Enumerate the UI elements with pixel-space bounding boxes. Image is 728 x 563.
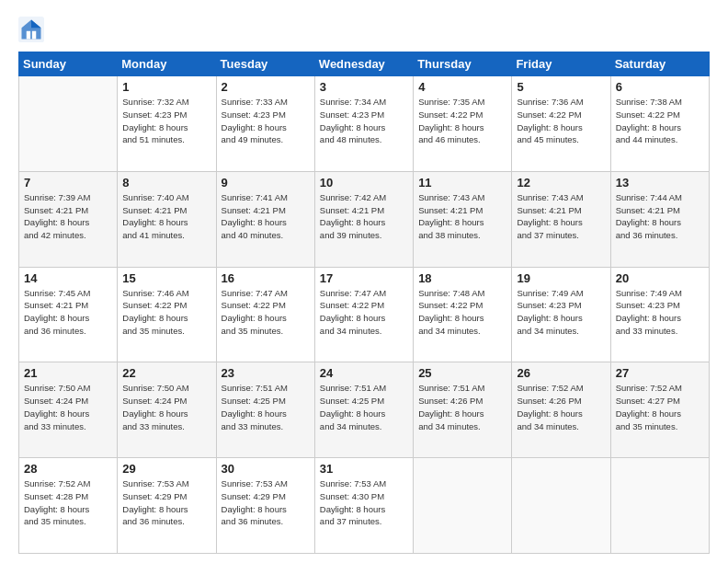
week-row-5: 28Sunrise: 7:52 AM Sunset: 4:28 PM Dayli… — [19, 458, 710, 554]
day-number: 14 — [24, 271, 112, 285]
day-info: Sunrise: 7:49 AM Sunset: 4:23 PM Dayligh… — [517, 287, 605, 338]
day-number: 6 — [616, 80, 704, 94]
day-info: Sunrise: 7:52 AM Sunset: 4:26 PM Dayligh… — [517, 382, 605, 432]
day-info: Sunrise: 7:45 AM Sunset: 4:21 PM Dayligh… — [24, 287, 112, 338]
day-info: Sunrise: 7:53 AM Sunset: 4:29 PM Dayligh… — [222, 477, 310, 528]
day-info: Sunrise: 7:52 AM Sunset: 4:27 PM Dayligh… — [616, 382, 704, 432]
day-number: 15 — [122, 271, 210, 285]
day-info: Sunrise: 7:51 AM Sunset: 4:25 PM Dayligh… — [222, 382, 310, 432]
day-info: Sunrise: 7:36 AM Sunset: 4:22 PM Dayligh… — [517, 96, 605, 146]
col-header-thursday: Thursday — [414, 52, 512, 76]
day-info: Sunrise: 7:51 AM Sunset: 4:26 PM Dayligh… — [418, 382, 506, 432]
day-number: 7 — [24, 176, 112, 190]
calendar-cell: 29Sunrise: 7:53 AM Sunset: 4:29 PM Dayli… — [118, 458, 216, 554]
calendar-cell: 21Sunrise: 7:50 AM Sunset: 4:24 PM Dayli… — [19, 362, 118, 458]
day-info: Sunrise: 7:47 AM Sunset: 4:22 PM Dayligh… — [320, 287, 408, 338]
calendar-cell: 5Sunrise: 7:36 AM Sunset: 4:22 PM Daylig… — [512, 76, 610, 172]
day-number: 19 — [517, 271, 605, 285]
day-number: 25 — [418, 366, 506, 380]
day-info: Sunrise: 7:38 AM Sunset: 4:22 PM Dayligh… — [616, 96, 704, 146]
week-row-4: 21Sunrise: 7:50 AM Sunset: 4:24 PM Dayli… — [19, 362, 710, 458]
day-info: Sunrise: 7:41 AM Sunset: 4:21 PM Dayligh… — [222, 191, 310, 242]
day-info: Sunrise: 7:34 AM Sunset: 4:23 PM Dayligh… — [320, 96, 408, 146]
calendar-cell: 27Sunrise: 7:52 AM Sunset: 4:27 PM Dayli… — [610, 362, 709, 458]
calendar-cell: 11Sunrise: 7:43 AM Sunset: 4:21 PM Dayli… — [414, 171, 512, 267]
day-number: 8 — [122, 176, 210, 190]
day-number: 28 — [24, 462, 112, 476]
day-info: Sunrise: 7:50 AM Sunset: 4:24 PM Dayligh… — [122, 382, 210, 432]
calendar-cell: 20Sunrise: 7:49 AM Sunset: 4:23 PM Dayli… — [610, 267, 709, 362]
day-number: 22 — [122, 366, 210, 380]
day-info: Sunrise: 7:46 AM Sunset: 4:22 PM Dayligh… — [122, 287, 210, 338]
col-header-friday: Friday — [512, 52, 610, 76]
logo — [18, 17, 50, 42]
calendar-table: SundayMondayTuesdayWednesdayThursdayFrid… — [18, 52, 710, 554]
day-number: 10 — [320, 176, 408, 190]
calendar-cell: 31Sunrise: 7:53 AM Sunset: 4:30 PM Dayli… — [314, 458, 413, 554]
day-info: Sunrise: 7:44 AM Sunset: 4:21 PM Dayligh… — [616, 191, 704, 242]
day-number: 13 — [616, 176, 704, 190]
week-row-1: 1Sunrise: 7:32 AM Sunset: 4:23 PM Daylig… — [19, 76, 710, 172]
calendar-cell — [610, 458, 709, 554]
calendar-cell: 24Sunrise: 7:51 AM Sunset: 4:25 PM Dayli… — [314, 362, 413, 458]
calendar-cell: 14Sunrise: 7:45 AM Sunset: 4:21 PM Dayli… — [19, 267, 118, 362]
calendar-cell — [19, 76, 118, 172]
calendar-cell: 15Sunrise: 7:46 AM Sunset: 4:22 PM Dayli… — [118, 267, 216, 362]
day-number: 5 — [517, 80, 605, 94]
day-number: 1 — [122, 80, 210, 94]
day-info: Sunrise: 7:49 AM Sunset: 4:23 PM Dayligh… — [616, 287, 704, 338]
day-number: 24 — [320, 366, 408, 380]
page: SundayMondayTuesdayWednesdayThursdayFrid… — [0, 0, 728, 563]
week-row-2: 7Sunrise: 7:39 AM Sunset: 4:21 PM Daylig… — [19, 171, 710, 267]
day-number: 3 — [320, 80, 408, 94]
calendar-cell: 8Sunrise: 7:40 AM Sunset: 4:21 PM Daylig… — [118, 171, 216, 267]
col-header-monday: Monday — [118, 52, 216, 76]
day-info: Sunrise: 7:48 AM Sunset: 4:22 PM Dayligh… — [418, 287, 506, 338]
col-header-wednesday: Wednesday — [314, 52, 413, 76]
day-info: Sunrise: 7:53 AM Sunset: 4:30 PM Dayligh… — [320, 477, 408, 528]
calendar-cell: 9Sunrise: 7:41 AM Sunset: 4:21 PM Daylig… — [216, 171, 314, 267]
calendar-cell: 16Sunrise: 7:47 AM Sunset: 4:22 PM Dayli… — [216, 267, 314, 362]
day-info: Sunrise: 7:39 AM Sunset: 4:21 PM Dayligh… — [24, 191, 112, 242]
day-info: Sunrise: 7:43 AM Sunset: 4:21 PM Dayligh… — [517, 191, 605, 242]
day-number: 18 — [418, 271, 506, 285]
calendar-cell: 1Sunrise: 7:32 AM Sunset: 4:23 PM Daylig… — [118, 76, 216, 172]
col-header-tuesday: Tuesday — [216, 52, 314, 76]
day-number: 9 — [222, 176, 310, 190]
logo-icon — [18, 17, 44, 42]
day-info: Sunrise: 7:52 AM Sunset: 4:28 PM Dayligh… — [24, 477, 112, 528]
day-number: 17 — [320, 271, 408, 285]
day-number: 26 — [517, 366, 605, 380]
calendar-cell: 3Sunrise: 7:34 AM Sunset: 4:23 PM Daylig… — [314, 76, 413, 172]
calendar-cell: 4Sunrise: 7:35 AM Sunset: 4:22 PM Daylig… — [414, 76, 512, 172]
day-info: Sunrise: 7:51 AM Sunset: 4:25 PM Dayligh… — [320, 382, 408, 432]
svg-rect-3 — [27, 31, 30, 40]
day-info: Sunrise: 7:33 AM Sunset: 4:23 PM Dayligh… — [222, 96, 310, 146]
day-number: 29 — [122, 462, 210, 476]
day-info: Sunrise: 7:42 AM Sunset: 4:21 PM Dayligh… — [320, 191, 408, 242]
calendar-cell: 17Sunrise: 7:47 AM Sunset: 4:22 PM Dayli… — [314, 267, 413, 362]
day-number: 21 — [24, 366, 112, 380]
calendar-header-row: SundayMondayTuesdayWednesdayThursdayFrid… — [19, 52, 710, 76]
calendar-cell: 30Sunrise: 7:53 AM Sunset: 4:29 PM Dayli… — [216, 458, 314, 554]
day-info: Sunrise: 7:35 AM Sunset: 4:22 PM Dayligh… — [418, 96, 506, 146]
calendar-cell: 10Sunrise: 7:42 AM Sunset: 4:21 PM Dayli… — [314, 171, 413, 267]
calendar-cell: 13Sunrise: 7:44 AM Sunset: 4:21 PM Dayli… — [610, 171, 709, 267]
calendar-cell: 26Sunrise: 7:52 AM Sunset: 4:26 PM Dayli… — [512, 362, 610, 458]
calendar-cell — [512, 458, 610, 554]
day-number: 4 — [418, 80, 506, 94]
calendar-cell: 18Sunrise: 7:48 AM Sunset: 4:22 PM Dayli… — [414, 267, 512, 362]
day-number: 27 — [616, 366, 704, 380]
day-number: 20 — [616, 271, 704, 285]
day-info: Sunrise: 7:53 AM Sunset: 4:29 PM Dayligh… — [122, 477, 210, 528]
calendar-cell: 12Sunrise: 7:43 AM Sunset: 4:21 PM Dayli… — [512, 171, 610, 267]
calendar-cell: 28Sunrise: 7:52 AM Sunset: 4:28 PM Dayli… — [19, 458, 118, 554]
svg-rect-4 — [32, 31, 36, 40]
calendar-cell: 2Sunrise: 7:33 AM Sunset: 4:23 PM Daylig… — [216, 76, 314, 172]
day-info: Sunrise: 7:40 AM Sunset: 4:21 PM Dayligh… — [122, 191, 210, 242]
day-info: Sunrise: 7:43 AM Sunset: 4:21 PM Dayligh… — [418, 191, 506, 242]
day-info: Sunrise: 7:50 AM Sunset: 4:24 PM Dayligh… — [24, 382, 112, 432]
col-header-saturday: Saturday — [610, 52, 709, 76]
day-number: 31 — [320, 462, 408, 476]
day-number: 2 — [222, 80, 310, 94]
